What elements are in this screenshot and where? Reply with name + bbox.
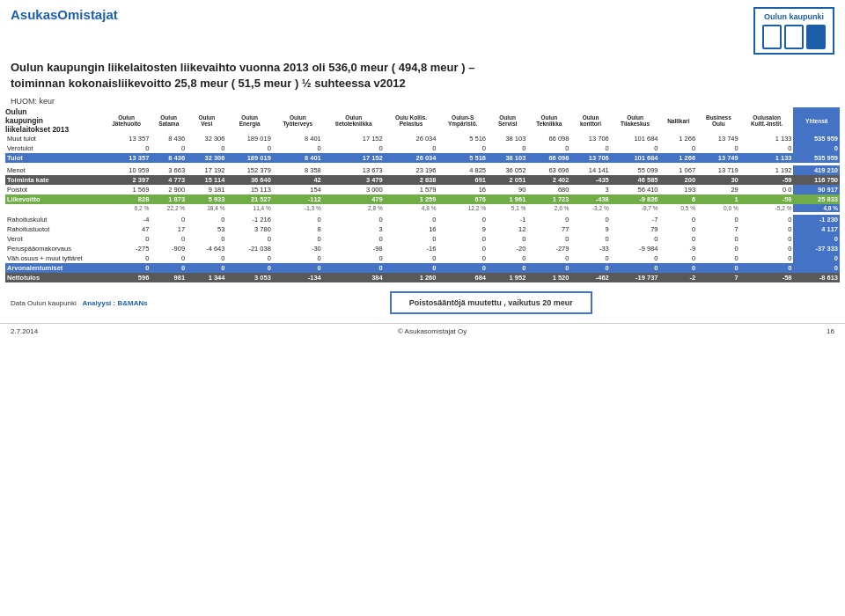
cell-10-5: 0 — [323, 234, 385, 244]
row-label-3: Menot — [5, 165, 102, 175]
cell-11-7: 0 — [437, 244, 488, 253]
cell-0-12: 1 266 — [660, 134, 698, 143]
cell-5-8: 90 — [488, 185, 527, 194]
cell-11-9: -279 — [527, 244, 570, 253]
cell-14-0: 596 — [102, 273, 151, 282]
cell-11-15: -37 333 — [793, 244, 840, 253]
cell-6-2: 5 933 — [187, 194, 226, 204]
cell-7-6: 4,8 % — [385, 204, 438, 212]
table-row-11: Peruspääomakorvaus-275-909-4 643-21 038-… — [5, 244, 840, 253]
cell-1-15: 0 — [793, 143, 840, 153]
cell-4-1: 4 773 — [151, 175, 187, 185]
cell-6-1: 1 873 — [151, 194, 187, 204]
cell-2-9: 66 098 — [527, 153, 570, 163]
footer-analysis-label: Analyysi : B&MANs — [82, 299, 147, 307]
cell-10-4: 0 — [273, 234, 323, 244]
cell-5-5: 3 000 — [323, 185, 385, 194]
cell-10-13: 0 — [697, 234, 740, 244]
cell-6-5: 479 — [323, 194, 385, 204]
cell-11-12: -9 — [660, 244, 698, 253]
cell-10-12: 0 — [660, 234, 698, 244]
main-title: Oulun kaupungin liikelaitosten liikevaih… — [0, 58, 845, 93]
row-label-5: Poistot — [5, 185, 102, 194]
cell-9-1: 17 — [151, 224, 187, 234]
cell-12-5: 0 — [323, 253, 385, 263]
cell-0-6: 26 034 — [385, 134, 438, 143]
cell-13-4: 0 — [273, 263, 323, 273]
cell-8-5: 0 — [323, 215, 385, 224]
table-row-6: Liikevoitto8281 8735 93321 527-1124791 2… — [5, 194, 840, 204]
table-row-0: Muut tulot13 3578 43632 306189 0198 4011… — [5, 134, 840, 143]
cell-6-4: -112 — [273, 194, 323, 204]
cell-5-9: 680 — [527, 185, 570, 194]
cell-9-12: 0 — [660, 224, 698, 234]
cell-2-4: 8 401 — [273, 153, 323, 163]
cell-6-13: 1 — [697, 194, 740, 204]
cell-3-0: 10 959 — [102, 165, 151, 175]
cell-12-3: 0 — [226, 253, 272, 263]
cell-10-3: 0 — [226, 234, 272, 244]
cell-7-14: -5,2 % — [740, 204, 794, 212]
cell-5-12: 193 — [660, 185, 698, 194]
table-row-10: Verot0000000000000000 — [5, 234, 840, 244]
cell-3-11: 55 099 — [611, 165, 660, 175]
table-row-2: Tulot13 3578 43632 306189 0198 40117 152… — [5, 153, 840, 163]
cell-10-15: 0 — [793, 234, 840, 244]
cell-4-2: 15 114 — [187, 175, 226, 185]
col-konttori: Oulunkonttori — [570, 107, 610, 134]
cell-10-6: 0 — [385, 234, 438, 244]
cell-13-12: 0 — [660, 263, 698, 273]
col-pelastus: Oulu Kollis.Pelastus — [385, 107, 438, 134]
bottom-bar: 2.7.2014 © Asukasomistajat Oy 16 — [0, 323, 845, 339]
cell-9-8: 12 — [488, 224, 527, 234]
cell-12-9: 0 — [527, 253, 570, 263]
cell-11-13: 0 — [697, 244, 740, 253]
cell-14-13: 7 — [697, 273, 740, 282]
col-ymparisto: Oulun-SYmpäristö. — [437, 107, 488, 134]
col-jatehuolto: OulunJätehuolto — [102, 107, 151, 134]
cell-7-7: 12,2 % — [437, 204, 488, 212]
cell-13-5: 0 — [323, 263, 385, 273]
cell-8-8: -1 — [488, 215, 527, 224]
section-label-row: Oulun kaupungin liikelaitokset 2013 Oulu… — [5, 107, 840, 134]
cell-1-13: 0 — [697, 143, 740, 153]
cell-11-6: -16 — [385, 244, 438, 253]
cell-1-11: 0 — [611, 143, 660, 153]
cell-4-6: 2 838 — [385, 175, 438, 185]
row-label-0: Muut tulot — [5, 134, 102, 143]
cell-2-10: 13 706 — [570, 153, 610, 163]
cell-12-10: 0 — [570, 253, 610, 263]
cell-14-4: -134 — [273, 273, 323, 282]
cell-6-8: 1 961 — [488, 194, 527, 204]
cell-13-13: 0 — [697, 263, 740, 273]
cell-5-4: 154 — [273, 185, 323, 194]
cell-8-1: 0 — [151, 215, 187, 224]
cell-0-10: 13 706 — [570, 134, 610, 143]
cell-3-10: 14 141 — [570, 165, 610, 175]
cell-10-9: 0 — [527, 234, 570, 244]
col-vesi: OulunVesi — [187, 107, 226, 134]
cell-7-9: 2,6 % — [527, 204, 570, 212]
cell-2-12: 1 266 — [660, 153, 698, 163]
cell-6-9: 1 723 — [527, 194, 570, 204]
cell-4-11: 46 585 — [611, 175, 660, 185]
cell-2-1: 8 436 — [151, 153, 187, 163]
cell-2-2: 32 306 — [187, 153, 226, 163]
cell-2-14: 1 133 — [740, 153, 794, 163]
cell-5-14: 0 0 — [740, 185, 794, 194]
footer-left: Data Oulun kaupunki Analyysi : B&MANs — [11, 299, 148, 307]
cell-14-15: -8 613 — [793, 273, 840, 282]
col-yhtensa: Yhtensä — [793, 107, 840, 134]
cell-12-12: 0 — [660, 253, 698, 263]
col-energia: OulunEnergia — [226, 107, 272, 134]
cell-7-15: 4,8 % — [793, 204, 840, 212]
cell-0-4: 8 401 — [273, 134, 323, 143]
cell-13-1: 0 — [151, 263, 187, 273]
cell-0-9: 66 098 — [527, 134, 570, 143]
cell-10-2: 0 — [187, 234, 226, 244]
cell-7-0: 6,2 % — [102, 204, 151, 212]
cell-3-13: 13 719 — [697, 165, 740, 175]
cell-1-2: 0 — [187, 143, 226, 153]
section-label-line2: kaupungin — [5, 116, 102, 125]
row-label-7 — [5, 204, 102, 212]
